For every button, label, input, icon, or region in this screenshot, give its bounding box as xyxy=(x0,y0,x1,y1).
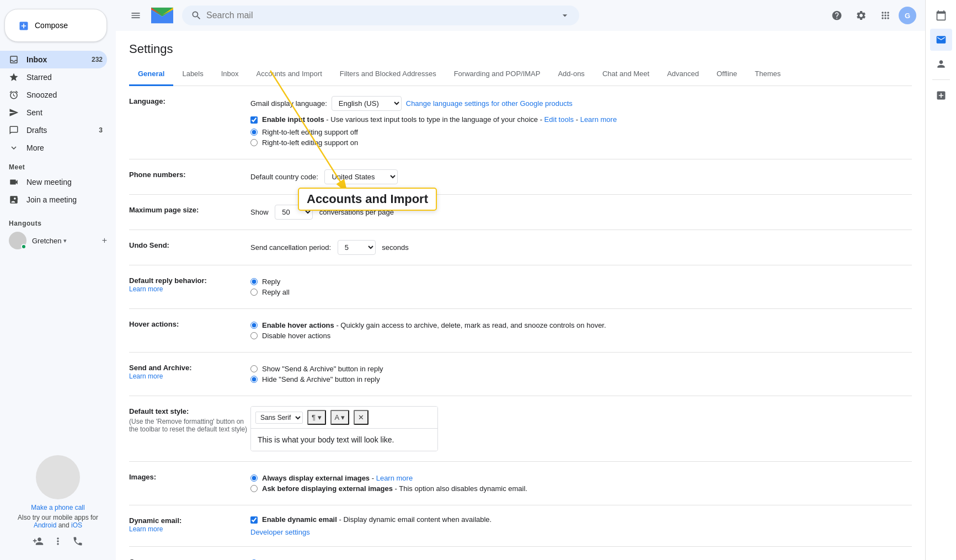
tab-forwarding[interactable]: Forwarding and POP/IMAP xyxy=(445,63,549,86)
text-color-btn[interactable]: A ▾ xyxy=(330,410,350,425)
tab-accounts[interactable]: Accounts and Import xyxy=(248,63,331,86)
dynamic-email-checkbox[interactable] xyxy=(250,516,258,524)
new-meeting-item[interactable]: New meeting xyxy=(0,173,107,191)
hide-archive-radio[interactable] xyxy=(250,376,258,383)
font-family-select[interactable]: Sans Serif xyxy=(255,412,303,424)
change-language-link[interactable]: Change language settings for other Googl… xyxy=(406,99,573,108)
mail-icon-right[interactable] xyxy=(930,29,952,51)
tab-labels[interactable]: Labels xyxy=(173,63,212,86)
hover-disable-radio[interactable] xyxy=(250,332,258,339)
calendar-icon[interactable] xyxy=(930,4,952,26)
always-display-radio[interactable] xyxy=(250,474,258,482)
compose-plus-icon xyxy=(18,18,29,33)
reply-all-radio[interactable] xyxy=(250,289,258,296)
drafts-badge: 3 xyxy=(99,126,103,134)
sidebar-item-drafts[interactable]: Drafts 3 xyxy=(0,121,107,139)
rtl-off-row: Right-to-left editing support off xyxy=(250,128,912,136)
rtl-on-row: Right-to-left editing support on xyxy=(250,138,912,147)
topbar: G xyxy=(116,0,925,31)
tab-general[interactable]: General xyxy=(129,63,173,86)
android-link[interactable]: Android xyxy=(34,521,56,529)
language-select[interactable]: English (US) xyxy=(332,96,402,111)
tab-inbox[interactable]: Inbox xyxy=(212,63,248,86)
reply-learn-more[interactable]: Learn more xyxy=(129,285,163,293)
sidebar-item-sent[interactable]: Sent xyxy=(0,104,107,121)
join-meeting-item[interactable]: Join a meeting xyxy=(0,191,107,209)
paragraph-style-btn[interactable]: ¶ ▾ xyxy=(307,410,326,425)
tab-addons[interactable]: Add-ons xyxy=(549,63,593,86)
sidebar-item-inbox[interactable]: Inbox 232 xyxy=(0,51,107,68)
main-panel: G Settings General Labels Inbox Accounts… xyxy=(116,0,925,560)
search-dropdown-icon[interactable] xyxy=(559,10,570,21)
tab-themes[interactable]: Themes xyxy=(746,63,789,86)
hangout-user-item[interactable]: Gretchen ▾ + xyxy=(0,230,116,252)
settings-button[interactable] xyxy=(850,4,872,26)
reply-content: Reply Reply all xyxy=(250,275,912,298)
right-panel xyxy=(925,0,956,560)
snoozed-label: Snoozed xyxy=(26,90,57,99)
input-tools-checkbox[interactable] xyxy=(250,116,258,124)
contacts-icon[interactable] xyxy=(930,53,952,75)
hamburger-button[interactable] xyxy=(125,4,147,26)
reply-radio-row: Reply xyxy=(250,278,912,286)
reply-radio[interactable] xyxy=(250,278,258,285)
apps-button[interactable] xyxy=(874,4,896,26)
settings-container: Settings General Labels Inbox Accounts a… xyxy=(116,31,925,560)
remove-formatting-btn[interactable]: ✕ xyxy=(354,410,368,425)
search-input[interactable] xyxy=(206,10,555,20)
settings-tabs: General Labels Inbox Accounts and Import… xyxy=(129,63,912,86)
sidebar-item-starred[interactable]: Starred xyxy=(0,68,107,86)
add-contact-icon[interactable] xyxy=(33,536,44,547)
phone-call-link[interactable]: Make a phone call xyxy=(31,504,84,511)
tab-offline[interactable]: Offline xyxy=(708,63,746,86)
phone-icons-row xyxy=(9,531,107,551)
settings-title: Settings xyxy=(129,31,912,63)
sidebar-item-more[interactable]: More xyxy=(0,139,107,157)
show-archive-radio[interactable] xyxy=(250,365,258,372)
add-panel-icon[interactable] xyxy=(930,84,952,106)
rtl-off-radio[interactable] xyxy=(250,129,258,136)
tab-chat[interactable]: Chat and Meet xyxy=(594,63,658,86)
avatar[interactable]: G xyxy=(899,7,916,24)
settings-icon[interactable] xyxy=(52,536,63,547)
archive-learn-more[interactable]: Learn more xyxy=(129,372,163,380)
developer-settings-link[interactable]: Developer settings xyxy=(250,528,310,536)
tab-filters[interactable]: Filters and Blocked Addresses xyxy=(331,63,445,86)
help-button[interactable] xyxy=(826,4,848,26)
ios-link[interactable]: iOS xyxy=(71,521,82,529)
hangout-avatar xyxy=(9,232,26,249)
rtl-on-radio[interactable] xyxy=(250,139,258,146)
hover-enable-radio[interactable] xyxy=(250,322,258,329)
dynamic-learn-more[interactable]: Learn more xyxy=(129,525,163,533)
hover-enable-row: Enable hover actions - Quickly gain acce… xyxy=(250,321,912,329)
phone-icon[interactable] xyxy=(72,536,83,547)
phone-label: Phone numbers: xyxy=(129,169,250,184)
text-style-row: Default text style: (Use the 'Remove for… xyxy=(129,396,912,462)
text-style-box: Sans Serif ¶ ▾ A ▾ ✕ This is what your b… xyxy=(250,406,438,451)
hangout-dropdown[interactable]: ▾ xyxy=(63,237,67,244)
page-size-select[interactable]: 50 25 10 xyxy=(275,205,313,220)
hide-archive-row: Hide "Send & Archive" button in reply xyxy=(250,375,912,383)
page-size-label: Maximum page size: xyxy=(129,205,250,220)
tab-advanced[interactable]: Advanced xyxy=(658,63,708,86)
learn-more-link-lang[interactable]: Learn more xyxy=(580,115,617,124)
compose-button[interactable]: Compose xyxy=(4,9,107,42)
cancel-period-select[interactable]: 5 10 20 30 xyxy=(338,240,376,255)
add-hangout-button[interactable]: + xyxy=(102,236,107,246)
images-learn-more[interactable]: Learn more xyxy=(376,474,413,482)
sidebar-item-snoozed[interactable]: Snoozed xyxy=(0,86,107,104)
gmail-display-label: Gmail display language: xyxy=(250,99,327,108)
join-meeting-icon xyxy=(9,195,20,205)
always-display-label: Always display external images - Learn m… xyxy=(262,474,413,482)
phone-section: Make a phone call Also try our mobile ap… xyxy=(0,446,116,556)
rtl-on-label: Right-to-left editing support on xyxy=(262,138,358,147)
country-code-select[interactable]: United States xyxy=(324,169,398,184)
reply-all-radio-row: Reply all xyxy=(250,288,912,296)
edit-tools-link[interactable]: Edit tools xyxy=(544,115,574,124)
ask-before-radio[interactable] xyxy=(250,485,258,492)
snoozed-icon xyxy=(9,90,20,100)
starred-icon xyxy=(9,72,20,83)
input-tools-row: Enable input tools - Use various text in… xyxy=(250,115,912,124)
hover-disable-row: Disable hover actions xyxy=(250,332,912,340)
drafts-label: Drafts xyxy=(26,126,47,135)
